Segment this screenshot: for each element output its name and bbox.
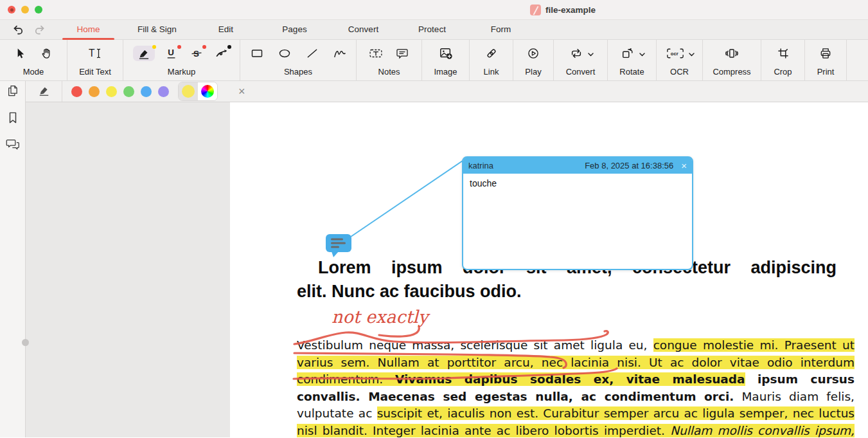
comment-icon[interactable] [394, 46, 411, 61]
toolbar-group-shapes: Shapes [240, 40, 357, 80]
swatch-purple[interactable] [158, 86, 169, 97]
body-line-3: condimentum. Vivamus dapibus sodales ex,… [297, 371, 855, 388]
group-label-compress: Compress [713, 67, 750, 77]
group-label-link: Link [484, 67, 499, 77]
highlighter-icon[interactable] [133, 46, 155, 61]
group-label-crop: Crop [774, 67, 792, 77]
swatch-blue[interactable] [141, 86, 152, 97]
group-label-play: Play [525, 67, 541, 77]
ellipse-icon[interactable] [276, 46, 293, 61]
tab-home[interactable]: Home [54, 20, 123, 40]
pen-icon[interactable] [213, 46, 230, 61]
pdf-file-icon [530, 5, 541, 15]
toolbar-group-rotate: Rotate [608, 40, 657, 80]
toolbar-group-image: Image [422, 40, 470, 80]
tab-form[interactable]: Form [466, 20, 535, 40]
redo-icon[interactable] [33, 23, 46, 36]
group-label-image: Image [434, 67, 457, 77]
underline-icon[interactable]: U [163, 46, 180, 61]
compress-icon[interactable] [723, 46, 740, 61]
body-line-2: varius sem. Nullam at porttitor arcu, ne… [297, 354, 855, 372]
close-annotation-bar-icon[interactable]: × [238, 86, 245, 97]
pen-stroke-tail [379, 327, 419, 336]
color-dot-black [227, 45, 231, 49]
toolbar-group-compress: Compress [703, 40, 761, 80]
hand-icon[interactable] [39, 46, 55, 61]
group-label-notes: Notes [378, 67, 400, 77]
body-line-4: convallis. Maecenas sed egestas nulla, a… [297, 388, 855, 406]
group-label-ocr: OCR [670, 67, 689, 77]
chevron-down-icon[interactable] [689, 48, 695, 59]
undo-icon[interactable] [12, 23, 24, 36]
group-label-rotate: Rotate [619, 67, 644, 77]
swatch-red[interactable] [71, 86, 82, 97]
tab-protect[interactable]: Protect [398, 20, 466, 40]
bookmarks-icon[interactable] [7, 111, 19, 124]
zoom-window-button[interactable] [35, 6, 42, 14]
panel-resize-handle[interactable] [22, 339, 29, 346]
svg-text:U: U [168, 48, 174, 57]
color-wheel-icon[interactable] [198, 82, 217, 100]
print-icon[interactable] [817, 46, 834, 61]
comment-author: katrina [468, 161, 585, 170]
comment-text[interactable]: touche [463, 174, 692, 193]
convert-icon[interactable] [568, 46, 585, 61]
chevron-down-icon[interactable] [639, 48, 645, 59]
swatch-orange[interactable] [89, 86, 100, 97]
annotation-property-bar: × [26, 81, 868, 102]
strikethrough-icon[interactable]: S [188, 46, 205, 61]
group-label-edit-text: Edit Text [79, 67, 111, 77]
group-label-mode: Mode [23, 67, 44, 77]
tab-edit[interactable]: Edit [191, 20, 260, 40]
add-image-icon[interactable] [438, 46, 454, 61]
selected-swatch-yellow[interactable] [179, 82, 198, 100]
close-popup-icon[interactable]: × [681, 161, 687, 170]
titlebar: file-example [0, 0, 868, 19]
group-label-shapes: Shapes [284, 67, 312, 77]
link-icon[interactable] [483, 46, 500, 61]
toolbar-group-mode: Mode [0, 40, 67, 80]
close-window-button[interactable] [8, 6, 15, 14]
body-line-5: vulputate ac suscipit et, iaculis non es… [297, 405, 855, 423]
comment-popup-header[interactable]: katrina Feb 8, 2025 at 16:38:56 × [463, 158, 692, 174]
swatch-yellow[interactable] [106, 86, 117, 97]
note-annotation-icon[interactable] [326, 234, 351, 258]
crop-icon[interactable] [775, 46, 792, 61]
left-rail [0, 102, 26, 437]
rotate-icon[interactable] [619, 46, 636, 61]
toolbar-group-convert: Convert [554, 40, 608, 80]
ribbon-tabbar: Home Fill & Sign Edit Pages Convert Prot… [0, 19, 868, 40]
thumbnails-icon[interactable] [6, 84, 19, 100]
svg-text:ocr: ocr [670, 51, 678, 57]
rectangle-icon[interactable] [249, 46, 265, 61]
minimize-window-button[interactable] [21, 6, 29, 14]
handwritten-note: not exactly [332, 307, 428, 327]
toolbar-group-notes: Notes [357, 40, 422, 80]
ocr-icon[interactable]: ocr [665, 46, 686, 61]
text-note-icon[interactable] [368, 46, 384, 61]
color-dot-red [177, 45, 181, 49]
color-dot-red [202, 45, 206, 49]
thumbnail-panel [26, 102, 230, 437]
tab-pages[interactable]: Pages [260, 20, 329, 40]
line-icon[interactable] [304, 46, 321, 61]
toolbar-group-print: Print [805, 40, 847, 80]
chevron-down-icon[interactable] [588, 48, 594, 59]
cursor-icon[interactable] [12, 46, 28, 61]
swatch-green[interactable] [123, 86, 134, 97]
body-line-6: nisl blandit. Integer lacinia ante ac li… [297, 423, 855, 437]
edit-text-icon[interactable]: T [87, 46, 103, 61]
highlighter-tool-icon[interactable] [38, 84, 50, 99]
play-icon[interactable] [525, 46, 542, 61]
document-body: Vestibulum neque massa, scelerisque sit … [297, 337, 855, 437]
comments-icon[interactable] [6, 138, 20, 151]
group-label-print: Print [817, 67, 835, 77]
scribble-icon[interactable] [332, 46, 348, 61]
svg-text:T: T [89, 48, 95, 59]
tab-convert[interactable]: Convert [329, 20, 398, 40]
toolbar-group-edit-text: T Edit Text [67, 40, 123, 80]
tab-fill-sign[interactable]: Fill & Sign [123, 20, 191, 40]
group-label-convert: Convert [566, 67, 596, 77]
toolbar-group-crop: Crop [761, 40, 805, 80]
toolbar-group-ocr: ocr OCR [657, 40, 703, 80]
